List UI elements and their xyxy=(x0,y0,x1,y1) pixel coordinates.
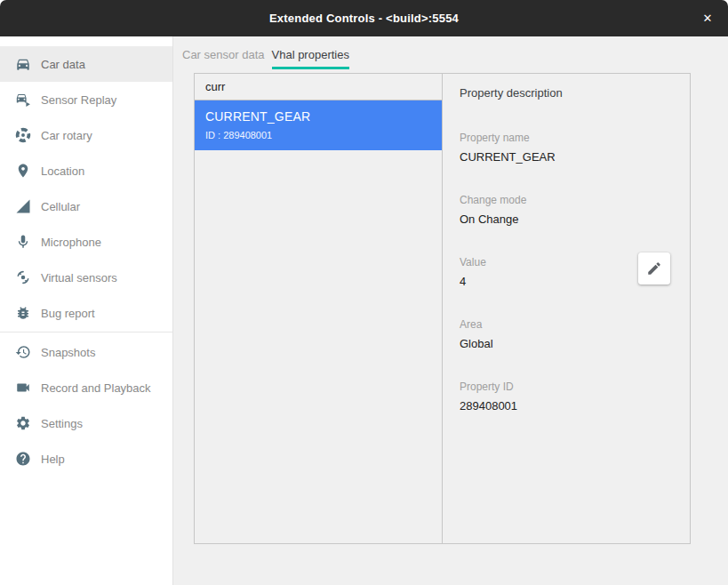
sidebar: Car data Sensor Replay Car rotary Locati… xyxy=(0,36,173,585)
sidebar-item-label: Sensor Replay xyxy=(41,93,116,107)
titlebar: Extended Controls - <build>:5554 ✕ xyxy=(0,0,728,36)
sidebar-item-help[interactable]: Help xyxy=(0,441,172,477)
sidebar-item-record-playback[interactable]: Record and Playback xyxy=(0,370,172,405)
videocam-icon xyxy=(15,380,31,396)
sidebar-item-label: Microphone xyxy=(41,236,101,249)
sidebar-item-label: Settings xyxy=(41,417,83,430)
sidebar-item-label: Location xyxy=(41,164,84,178)
sidebar-item-label: Car data xyxy=(41,58,85,71)
bug-icon xyxy=(15,305,31,321)
field-label: Property ID xyxy=(460,380,672,394)
tab-car-sensor-data[interactable]: Car sensor data xyxy=(182,44,265,69)
sidebar-item-label: Bug report xyxy=(41,307,95,320)
sidebar-item-label: Record and Playback xyxy=(41,381,151,395)
microphone-icon xyxy=(15,234,31,250)
sidebar-group-divider xyxy=(0,332,172,333)
pencil-icon xyxy=(646,260,662,276)
property-item-name: CURRENT_GEAR xyxy=(205,109,431,124)
sidebar-item-settings[interactable]: Settings xyxy=(0,405,172,441)
search-row xyxy=(195,74,442,100)
sidebar-item-sensor-replay[interactable]: Sensor Replay xyxy=(0,82,172,117)
property-list-item[interactable]: CURRENT_GEAR ID : 289408001 xyxy=(195,100,442,150)
sidebar-item-location[interactable]: Location xyxy=(0,153,172,188)
sidebar-item-bug-report[interactable]: Bug report xyxy=(0,295,172,331)
sidebar-item-car-rotary[interactable]: Car rotary xyxy=(0,117,172,153)
field-label: Area xyxy=(460,317,672,332)
main-area: Car data Sensor Replay Car rotary Locati… xyxy=(0,36,728,585)
sidebar-item-cellular[interactable]: Cellular xyxy=(0,188,172,224)
rotation-icon xyxy=(15,269,31,285)
history-icon xyxy=(15,344,31,360)
edit-value-button[interactable] xyxy=(638,252,670,284)
sidebar-item-snapshots[interactable]: Snapshots xyxy=(0,334,172,370)
property-list-column: CURRENT_GEAR ID : 289408001 xyxy=(195,74,443,543)
field-property-name: Property name CURRENT_GEAR xyxy=(460,131,672,165)
help-icon xyxy=(15,451,31,467)
close-icon: ✕ xyxy=(703,12,713,25)
field-label: Change mode xyxy=(460,193,672,207)
field-value: On Change xyxy=(460,212,672,228)
field-area: Area Global xyxy=(460,317,672,352)
sidebar-item-label: Car rotary xyxy=(41,129,92,142)
extended-controls-window: Extended Controls - <build>:5554 ✕ Car d… xyxy=(0,0,728,585)
location-pin-icon xyxy=(15,163,31,179)
sidebar-item-label: Cellular xyxy=(41,200,80,213)
car-replay-icon xyxy=(15,92,31,108)
rotary-dial-icon xyxy=(15,127,31,143)
field-value: Global xyxy=(460,336,672,352)
tab-bar: Car sensor data Vhal properties xyxy=(182,44,356,69)
content-area: Car sensor data Vhal properties CURRENT_… xyxy=(173,36,728,585)
tab-vhal-properties[interactable]: Vhal properties xyxy=(272,44,349,69)
field-property-id: Property ID 289408001 xyxy=(460,380,672,414)
sidebar-item-virtual-sensors[interactable]: Virtual sensors xyxy=(0,260,172,295)
field-change-mode: Change mode On Change xyxy=(460,193,672,228)
property-search-input[interactable] xyxy=(195,74,442,100)
sidebar-item-label: Help xyxy=(41,453,65,466)
vhal-properties-panel: CURRENT_GEAR ID : 289408001 Property des… xyxy=(194,73,691,544)
car-icon xyxy=(15,56,31,72)
gear-icon xyxy=(15,415,31,431)
property-detail-column: Property description Property name CURRE… xyxy=(443,74,690,543)
sidebar-item-car-data[interactable]: Car data xyxy=(0,46,172,82)
close-button[interactable]: ✕ xyxy=(694,0,721,36)
window-title: Extended Controls - <build>:5554 xyxy=(269,12,459,25)
property-item-id: ID : 289408001 xyxy=(205,130,431,141)
sidebar-item-label: Virtual sensors xyxy=(41,271,117,284)
cellular-signal-icon xyxy=(15,198,31,214)
field-label: Property name xyxy=(460,131,672,145)
sidebar-item-microphone[interactable]: Microphone xyxy=(0,224,172,260)
sidebar-item-label: Snapshots xyxy=(41,346,95,359)
detail-header: Property description xyxy=(460,85,672,101)
field-value: CURRENT_GEAR xyxy=(460,149,672,165)
field-value: 289408001 xyxy=(460,398,672,414)
